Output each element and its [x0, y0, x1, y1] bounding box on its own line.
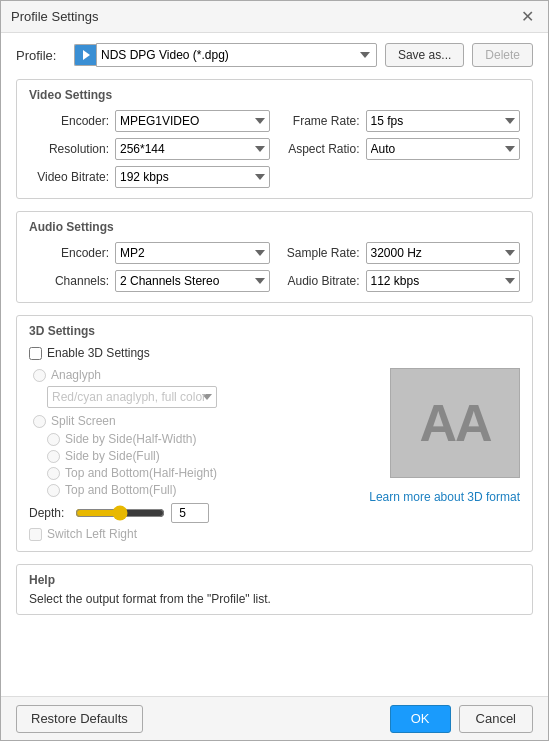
framerate-label: Frame Rate: — [280, 114, 360, 128]
encoder-row: Encoder: MPEG1VIDEO — [29, 110, 270, 132]
audio-encoder-label: Encoder: — [29, 246, 109, 260]
switch-lr-checkbox[interactable] — [29, 528, 42, 541]
audio-settings-grid: Encoder: MP2 Sample Rate: 32000 Hz Chann… — [29, 242, 520, 292]
dialog-title: Profile Settings — [11, 9, 98, 24]
audio-bitrate-row: Audio Bitrate: 112 kbps — [280, 270, 521, 292]
sample-rate-select[interactable]: 32000 Hz — [366, 242, 521, 264]
footer: Restore Defaults OK Cancel — [1, 696, 548, 740]
aspect-label: Aspect Ratio: — [280, 142, 360, 156]
sample-rate-label: Sample Rate: — [280, 246, 360, 260]
framerate-row: Frame Rate: 15 fps — [280, 110, 521, 132]
resolution-label: Resolution: — [29, 142, 109, 156]
audio-bitrate-label: Audio Bitrate: — [280, 274, 360, 288]
dialog-content: Profile: NDS DPG Video (*.dpg) Save as..… — [1, 33, 548, 696]
3d-settings-title: 3D Settings — [29, 324, 520, 338]
split-screen-label: Split Screen — [51, 414, 116, 428]
title-bar: Profile Settings ✕ — [1, 1, 548, 33]
enable-3d-row: Enable 3D Settings — [29, 346, 520, 360]
profile-row: Profile: NDS DPG Video (*.dpg) Save as..… — [16, 43, 533, 67]
help-text: Select the output format from the "Profi… — [29, 592, 520, 606]
audio-settings-section: Audio Settings Encoder: MP2 Sample Rate:… — [16, 211, 533, 303]
sbs-full-row: Side by Side(Full) — [29, 449, 359, 463]
profile-label: Profile: — [16, 48, 66, 63]
video-settings-grid: Encoder: MPEG1VIDEO Frame Rate: 15 fps R… — [29, 110, 520, 188]
ok-button[interactable]: OK — [390, 705, 451, 733]
profile-select-wrap: NDS DPG Video (*.dpg) — [74, 43, 377, 67]
help-section: Help Select the output format from the "… — [16, 564, 533, 615]
framerate-select[interactable]: 15 fps — [366, 110, 521, 132]
sbs-full-label: Side by Side(Full) — [65, 449, 160, 463]
learn-more-link[interactable]: Learn more about 3D format — [369, 490, 520, 504]
switch-row: Switch Left Right — [29, 527, 359, 541]
sbs-half-label: Side by Side(Half-Width) — [65, 432, 196, 446]
preview-text: AA — [419, 393, 490, 453]
profile-icon — [74, 44, 96, 66]
sample-rate-row: Sample Rate: 32000 Hz — [280, 242, 521, 264]
3d-content: Anaglyph Red/cyan anaglyph, full color S… — [29, 368, 520, 541]
audio-encoder-select[interactable]: MP2 — [115, 242, 270, 264]
profile-select[interactable]: NDS DPG Video (*.dpg) — [96, 43, 377, 67]
footer-right: OK Cancel — [390, 705, 533, 733]
audio-settings-title: Audio Settings — [29, 220, 520, 234]
aspect-row: Aspect Ratio: Auto — [280, 138, 521, 160]
delete-button[interactable]: Delete — [472, 43, 533, 67]
video-bitrate-label: Video Bitrate: — [29, 170, 109, 184]
anaglyph-radio[interactable] — [33, 369, 46, 382]
video-settings-title: Video Settings — [29, 88, 520, 102]
enable-3d-checkbox[interactable] — [29, 347, 42, 360]
anaglyph-label: Anaglyph — [51, 368, 101, 382]
restore-defaults-button[interactable]: Restore Defaults — [16, 705, 143, 733]
depth-label: Depth: — [29, 506, 69, 520]
tb-full-radio[interactable] — [47, 484, 60, 497]
sbs-half-row: Side by Side(Half-Width) — [29, 432, 359, 446]
tb-full-row: Top and Bottom(Full) — [29, 483, 359, 497]
depth-slider[interactable] — [75, 505, 165, 521]
video-settings-section: Video Settings Encoder: MPEG1VIDEO Frame… — [16, 79, 533, 199]
save-as-button[interactable]: Save as... — [385, 43, 464, 67]
tb-full-label: Top and Bottom(Full) — [65, 483, 176, 497]
split-screen-radio-row: Split Screen — [29, 414, 359, 428]
3d-preview: AA — [390, 368, 520, 478]
depth-row: Depth: — [29, 503, 359, 523]
video-bitrate-row: Video Bitrate: 192 kbps — [29, 166, 270, 188]
audio-encoder-row: Encoder: MP2 — [29, 242, 270, 264]
enable-3d-label: Enable 3D Settings — [47, 346, 150, 360]
cancel-button[interactable]: Cancel — [459, 705, 533, 733]
close-button[interactable]: ✕ — [517, 7, 538, 27]
3d-options-col: Anaglyph Red/cyan anaglyph, full color S… — [29, 368, 359, 541]
anaglyph-select[interactable]: Red/cyan anaglyph, full color — [47, 386, 217, 408]
encoder-select[interactable]: MPEG1VIDEO — [115, 110, 270, 132]
resolution-select[interactable]: 256*144 — [115, 138, 270, 160]
channels-select[interactable]: 2 Channels Stereo — [115, 270, 270, 292]
channels-row: Channels: 2 Channels Stereo — [29, 270, 270, 292]
audio-bitrate-select[interactable]: 112 kbps — [366, 270, 521, 292]
learn-more-row: Learn more about 3D format — [369, 490, 520, 504]
channels-label: Channels: — [29, 274, 109, 288]
resolution-row: Resolution: 256*144 — [29, 138, 270, 160]
encoder-label: Encoder: — [29, 114, 109, 128]
anaglyph-radio-row: Anaglyph — [29, 368, 359, 382]
3d-settings-section: 3D Settings Enable 3D Settings Anaglyph … — [16, 315, 533, 552]
switch-lr-label: Switch Left Right — [47, 527, 137, 541]
tb-half-label: Top and Bottom(Half-Height) — [65, 466, 217, 480]
dialog-window: Profile Settings ✕ Profile: NDS DPG Vide… — [0, 0, 549, 741]
help-title: Help — [29, 573, 520, 587]
tb-half-row: Top and Bottom(Half-Height) — [29, 466, 359, 480]
sbs-full-radio[interactable] — [47, 450, 60, 463]
preview-col: AA Learn more about 3D format — [369, 368, 520, 541]
aspect-select[interactable]: Auto — [366, 138, 521, 160]
tb-half-radio[interactable] — [47, 467, 60, 480]
split-screen-radio[interactable] — [33, 415, 46, 428]
video-bitrate-select[interactable]: 192 kbps — [115, 166, 270, 188]
sbs-half-radio[interactable] — [47, 433, 60, 446]
depth-input[interactable] — [171, 503, 209, 523]
